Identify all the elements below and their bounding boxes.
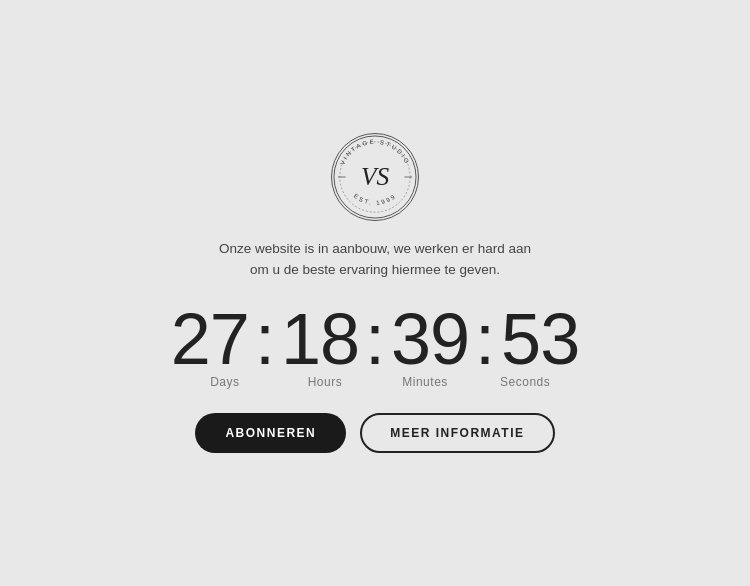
countdown-timer: 27 : 18 : 39 : 53 [171, 303, 579, 375]
countdown-seconds: 53 [501, 303, 579, 375]
buttons-row: ABONNEREN MEER INFORMATIE [195, 413, 554, 453]
countdown-days: 27 [171, 303, 249, 375]
label-hours: Hours [275, 375, 375, 389]
logo-circle: VINTAGE STUDIO EST. 1999 VS [331, 133, 419, 221]
subscribe-button[interactable]: ABONNEREN [195, 413, 346, 453]
svg-text:VS: VS [361, 162, 390, 190]
separator-1: : [249, 303, 281, 375]
more-info-button[interactable]: MEER INFORMATIE [360, 413, 554, 453]
countdown-hours: 18 [281, 303, 359, 375]
separator-2: : [359, 303, 391, 375]
label-minutes: Minutes [375, 375, 475, 389]
label-days: Days [175, 375, 275, 389]
tagline-text: Onze website is in aanbouw, we werken er… [215, 239, 535, 281]
svg-text:EST. 1999: EST. 1999 [353, 193, 398, 206]
countdown-labels: Days Hours Minutes Seconds [171, 375, 579, 389]
main-container: VINTAGE STUDIO EST. 1999 VS Onze website… [171, 133, 579, 453]
separator-3: : [469, 303, 501, 375]
label-seconds: Seconds [475, 375, 575, 389]
logo-svg: VINTAGE STUDIO EST. 1999 VS [332, 133, 418, 221]
logo-wrapper: VINTAGE STUDIO EST. 1999 VS [331, 133, 419, 221]
countdown-minutes: 39 [391, 303, 469, 375]
